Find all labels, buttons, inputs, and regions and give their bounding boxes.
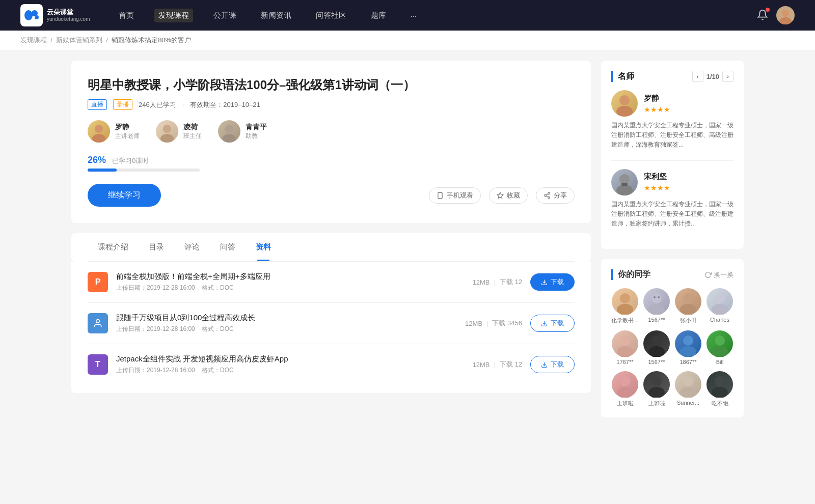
share-label: 分享 xyxy=(554,191,567,200)
classmate-avatar-7[interactable] xyxy=(707,330,733,357)
svg-point-46 xyxy=(620,376,630,386)
download-btn-1[interactable]: 下载 xyxy=(530,315,575,332)
classmate-name-7: Bill xyxy=(716,359,724,365)
instructor-role-1: 班主任 xyxy=(183,132,202,141)
svg-point-36 xyxy=(715,293,725,303)
classmate-11: 吃不饱 xyxy=(706,371,734,407)
classmate-avatar-1[interactable] xyxy=(643,288,670,315)
breadcrumb: 发现课程 / 新媒体营销系列 / 销冠修炼术搞定80%的客户 xyxy=(0,31,815,50)
tab-intro[interactable]: 课程介绍 xyxy=(88,233,139,261)
classmate-3: Charles xyxy=(706,288,734,324)
file-downloads-2: 下载 12 xyxy=(500,360,522,369)
classmate-avatar-5[interactable] xyxy=(643,330,670,357)
nav-news[interactable]: 新闻资讯 xyxy=(257,9,295,22)
svg-point-31 xyxy=(648,304,665,315)
classmate-2: 张小田 xyxy=(674,288,702,324)
nav-public[interactable]: 公开课 xyxy=(209,9,240,22)
svg-point-52 xyxy=(715,376,725,386)
students-count: 246人已学习 xyxy=(139,100,176,109)
classmate-10: Sunner... xyxy=(674,371,702,407)
download-btn-0[interactable]: 下载 xyxy=(530,273,575,291)
progress-section: 26% 已学习0课时 xyxy=(88,155,575,172)
instructor-avatar-0 xyxy=(88,120,110,143)
course-actions: 继续学习 手机观看 收藏 分享 xyxy=(88,184,575,207)
instructor-role-0: 主讲老师 xyxy=(115,132,140,141)
classmate-avatar-3[interactable] xyxy=(707,288,733,315)
svg-point-26 xyxy=(616,185,633,195)
share-btn[interactable]: 分享 xyxy=(536,187,575,204)
badge-live: 直播 xyxy=(88,99,107,110)
tabs-section: 课程介绍 目录 评论 问答 资料 xyxy=(71,233,591,262)
file-info-2: Jetpack全组件实战 开发短视频应用高仿皮皮虾App 上传日期：2019-1… xyxy=(116,354,465,375)
logo[interactable]: 云朵课堂 yunduoketang.com xyxy=(20,4,90,26)
refresh-button[interactable]: 换一换 xyxy=(704,270,734,279)
notification-dot xyxy=(766,8,770,12)
nav-discover[interactable]: 发现课程 xyxy=(154,9,193,22)
mobile-watch-btn[interactable]: 手机观看 xyxy=(429,187,481,204)
classmate-avatar-9[interactable] xyxy=(643,371,670,398)
bell-button[interactable] xyxy=(757,9,768,22)
svg-point-41 xyxy=(648,346,665,357)
classmate-name-5: 1567** xyxy=(648,359,665,365)
next-teacher-btn[interactable]: › xyxy=(722,71,734,82)
teacher-avatar-0 xyxy=(611,90,638,117)
classmate-9: 上班啦 xyxy=(643,371,670,407)
instructor-name-1: 凌荷 xyxy=(183,123,202,132)
teachers-card: 名师 ‹ 1/10 › 罗静 ★★★★ 国内某 xyxy=(601,61,744,249)
user-avatar[interactable] xyxy=(776,6,795,24)
file-list: P 前端全栈加强版！前端全栈+全周期+多端应用 上传日期：2019-12-28 … xyxy=(71,262,591,393)
nav-qa[interactable]: 问答社区 xyxy=(312,9,350,22)
teacher-header-1: 宋利坚 ★★★★ xyxy=(611,169,734,195)
prev-teacher-btn[interactable]: ‹ xyxy=(692,71,703,82)
download-btn-2[interactable]: 下载 xyxy=(530,356,575,373)
tab-reviews[interactable]: 评论 xyxy=(174,233,210,261)
classmate-avatar-8[interactable] xyxy=(612,371,638,398)
file-item: 跟随千万级项目从0到100全过程高效成长 上传日期：2019-12-28 16:… xyxy=(88,303,575,344)
file-size-1: 12MB xyxy=(465,320,482,327)
classmate-avatar-4[interactable] xyxy=(612,330,638,357)
classmate-avatar-6[interactable] xyxy=(675,330,701,357)
progress-percent: 26% xyxy=(88,155,106,165)
svg-point-53 xyxy=(712,387,728,398)
instructor-avatar-2 xyxy=(218,120,240,143)
nav-home[interactable]: 首页 xyxy=(115,9,138,22)
svg-point-45 xyxy=(712,346,728,357)
svg-point-38 xyxy=(620,335,630,346)
svg-point-35 xyxy=(680,304,696,315)
classmate-avatar-11[interactable] xyxy=(707,371,733,398)
svg-point-9 xyxy=(225,125,233,133)
svg-point-33 xyxy=(658,296,660,298)
instructor-2: 青青平 助教 xyxy=(218,120,267,143)
svg-point-5 xyxy=(95,125,103,133)
file-meta-1: 上传日期：2019-12-28 16:00 格式：DOC xyxy=(116,325,457,333)
file-size-0: 12MB xyxy=(473,278,490,286)
tab-catalog[interactable]: 目录 xyxy=(139,233,174,261)
svg-point-4 xyxy=(779,17,792,24)
classmate-4: 1767** xyxy=(611,330,639,365)
nav-more[interactable]: ··· xyxy=(406,9,421,22)
progress-bar-fill xyxy=(88,169,117,172)
breadcrumb-discover[interactable]: 发现课程 xyxy=(20,36,47,44)
classmate-avatar-2[interactable] xyxy=(675,288,701,315)
classmate-avatar-0[interactable] xyxy=(612,288,638,315)
file-stats-0: 12MB | 下载 12 xyxy=(473,277,522,287)
file-name-1: 跟随千万级项目从0到100全过程高效成长 xyxy=(116,313,457,323)
instructor-1: 凌荷 班主任 xyxy=(156,120,202,143)
nav-exam[interactable]: 题库 xyxy=(367,9,390,22)
progress-bar-bg xyxy=(88,169,200,172)
collect-btn[interactable]: 收藏 xyxy=(489,187,528,204)
continue-button[interactable]: 继续学习 xyxy=(88,184,161,207)
breadcrumb-series[interactable]: 新媒体营销系列 xyxy=(56,36,102,44)
teacher-pagination: ‹ 1/10 › xyxy=(692,71,734,82)
tab-qa[interactable]: 问答 xyxy=(210,233,246,261)
instructors: 罗静 主讲老师 凌荷 班主任 xyxy=(88,120,575,143)
teacher-stars-0: ★★★★ xyxy=(644,105,670,114)
file-stats-1: 12MB | 下载 3456 xyxy=(465,319,522,328)
navbar-right xyxy=(757,6,795,24)
classmate-avatar-10[interactable] xyxy=(675,371,701,398)
classmate-8: 上班啦 xyxy=(611,371,639,407)
classmate-name-11: 吃不饱 xyxy=(712,400,728,407)
refresh-label: 换一换 xyxy=(714,270,734,279)
classmate-name-2: 张小田 xyxy=(680,317,697,324)
tab-materials[interactable]: 资料 xyxy=(246,233,281,261)
